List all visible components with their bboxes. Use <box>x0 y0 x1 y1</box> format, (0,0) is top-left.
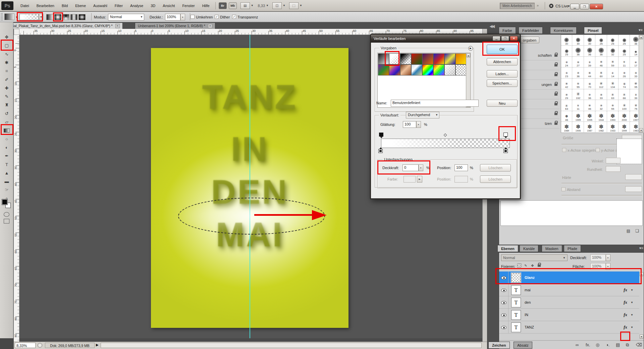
brush-tip-8-3[interactable]: ✽1982 <box>596 122 607 133</box>
dialog-restore-button[interactable]: ❐ <box>501 36 509 41</box>
crop-tool[interactable]: ⌗ <box>1 67 12 75</box>
brush-tip-0-3[interactable]: 25 <box>596 35 607 46</box>
gradient-type-select[interactable]: Durchgehend <box>406 112 439 118</box>
screen-mode-icon[interactable]: ⬚ <box>289 2 299 9</box>
color-swatches[interactable] <box>2 199 11 209</box>
screen-mode-button[interactable] <box>4 219 9 223</box>
elliptical-selection[interactable] <box>178 198 325 235</box>
menu-fenster[interactable]: Fenster <box>178 2 198 9</box>
guides-icon[interactable]: ▤ <box>240 2 250 9</box>
gradient-preset-10[interactable] <box>400 64 411 76</box>
stop-color-flyout[interactable]: ▶ <box>417 176 422 183</box>
chevron-down-icon[interactable]: ▼ <box>631 289 633 292</box>
spacing-field[interactable] <box>625 186 642 192</box>
tab-zeichen[interactable]: Zeichen <box>488 342 510 349</box>
gradient-tool-preset-icon[interactable] <box>4 13 14 20</box>
gradient-preset-7[interactable] <box>455 53 467 64</box>
brush-tip-3-0[interactable]: ✳23 <box>561 67 572 78</box>
reflected-gradient-button[interactable] <box>70 14 77 20</box>
smoothness-field[interactable]: 100 <box>403 121 416 128</box>
layer-thumbnail[interactable]: T <box>511 310 521 320</box>
panel-menu-icon[interactable]: ▾≡ <box>639 28 643 32</box>
opacity-stop-left[interactable] <box>379 133 383 137</box>
scroll-down-icon[interactable]: ▼ <box>639 128 643 132</box>
vertical-ruler[interactable]: 0510152025303540455055606570758085 <box>14 35 19 342</box>
new-button[interactable]: Neu <box>487 100 518 107</box>
tab-ebenen[interactable]: Ebenen <box>497 245 518 252</box>
hardness-field[interactable] <box>625 174 642 180</box>
gradient-preset-8[interactable] <box>378 64 389 76</box>
lock-position-icon[interactable]: ✥ <box>530 263 535 268</box>
menu-datei[interactable]: Datei <box>17 2 33 9</box>
path-selection-tool[interactable]: ▲ <box>1 169 12 177</box>
layer-visibility-cell[interactable] <box>499 321 508 334</box>
brush-tip-1-1[interactable]: 36 <box>573 46 584 56</box>
horizontal-scrollbar[interactable] <box>101 343 482 348</box>
brush-tip-4-4[interactable]: ✳134 <box>607 79 619 89</box>
brush-tip-8-1[interactable]: ✽1906 <box>573 122 584 133</box>
mini-bridge-button[interactable]: Mb <box>229 2 237 9</box>
delete-opacity-stop-button[interactable]: Löschen <box>480 164 511 171</box>
brush-tip-4-2[interactable]: ✳70 <box>584 79 595 89</box>
lock-pixels-icon[interactable]: ✎ <box>523 263 528 268</box>
preset-scrollbar[interactable]: ▲ ▼ <box>466 53 470 107</box>
presets-flyout-icon[interactable]: ▶ <box>468 46 473 51</box>
brush-tip-5-5[interactable]: ✳66 <box>619 89 630 100</box>
color-stop-right[interactable] <box>503 149 508 153</box>
menu-bild[interactable]: Bild <box>58 2 71 9</box>
flip-y-checkbox[interactable] <box>596 148 600 152</box>
lock-transparency-icon[interactable] <box>517 263 522 268</box>
layer-opacity-field[interactable]: 100% <box>590 254 606 261</box>
shape-tool[interactable]: ▬ <box>1 177 12 186</box>
cs-live-label[interactable]: CS Live <box>555 4 569 8</box>
delete-layer-icon[interactable]: ⌫ <box>636 342 642 347</box>
brush-tip-5-3[interactable]: ✳33 <box>596 89 607 100</box>
clone-stamp-tool[interactable]: ♜ <box>1 101 12 109</box>
foreground-color-swatch[interactable] <box>2 199 7 205</box>
brush-tip-2-5[interactable]: ✳11 <box>619 57 630 67</box>
zoom-level[interactable]: 8,33 <box>258 4 265 8</box>
tab-masken[interactable]: Masken <box>542 245 562 252</box>
layer-visibility-cell[interactable] <box>499 284 508 296</box>
menu-3d[interactable]: 3D <box>147 2 159 9</box>
hand-tool[interactable]: ☞ <box>1 186 12 194</box>
brush-tip-0-4[interactable]: 25 <box>607 35 619 46</box>
brush-tip-7-5[interactable]: ✽2000 <box>619 111 630 122</box>
brush-tip-6-3[interactable]: ✳32 <box>596 100 607 111</box>
preview-toggle-icon[interactable]: ▤ <box>627 229 630 233</box>
hardness-slider[interactable] <box>561 183 642 184</box>
roundness-field[interactable] <box>606 166 621 172</box>
brush-tip-8-0[interactable]: ✽1984 <box>561 122 572 133</box>
healing-brush-tool[interactable]: ✚ <box>1 84 12 92</box>
layer-fx-badge[interactable]: fx <box>624 325 627 330</box>
layer-row-mai[interactable]: Tmaifx▼ <box>499 284 639 296</box>
quick-selection-tool[interactable]: ✱ <box>1 58 12 67</box>
stop-position2-field[interactable] <box>454 176 468 183</box>
tab-pfade[interactable]: Pfade <box>564 245 581 252</box>
brush-tip-7-2[interactable]: ✽1995 <box>584 111 595 122</box>
grip-handle[interactable] <box>1 13 3 20</box>
brush-tip-0-1[interactable]: 30 <box>573 35 584 46</box>
brush-tip-6-2[interactable]: ✳46 <box>584 100 595 111</box>
chevron-down-icon[interactable]: ▼ <box>631 326 633 329</box>
lock-all-icon[interactable] <box>537 263 542 268</box>
brush-tip-4-1[interactable]: ✳55 <box>573 79 584 89</box>
layer-fx-badge[interactable]: fx <box>624 300 627 305</box>
close-icon[interactable]: × <box>115 24 120 28</box>
dialog-close-button[interactable]: ✕ <box>510 36 518 41</box>
brush-tip-0-2[interactable]: 30 <box>584 35 595 46</box>
workspace-overflow-chevron[interactable]: » <box>537 3 538 7</box>
close-icon[interactable]: × <box>208 24 212 28</box>
brush-tip-2-2[interactable]: ✳39 <box>584 57 595 67</box>
layer-fx-badge[interactable]: fx <box>624 287 627 293</box>
checkbox-umkehren[interactable] <box>191 15 195 19</box>
gradient-preset-12[interactable] <box>422 64 433 76</box>
brush-tip-3-5[interactable]: ✳26 <box>619 67 630 78</box>
brush-tip-3-1[interactable]: ✳36 <box>573 67 584 78</box>
angle-gradient-button[interactable] <box>62 14 69 20</box>
brush-tip-3-3[interactable]: ✳60 <box>596 67 607 78</box>
opacity-spinner[interactable]: ▸ <box>180 14 185 20</box>
eyedropper-tool[interactable]: ✐ <box>1 76 12 84</box>
dodge-tool[interactable]: ◐ <box>1 143 12 152</box>
tab-farbfelder[interactable]: Farbfelder <box>519 27 543 34</box>
